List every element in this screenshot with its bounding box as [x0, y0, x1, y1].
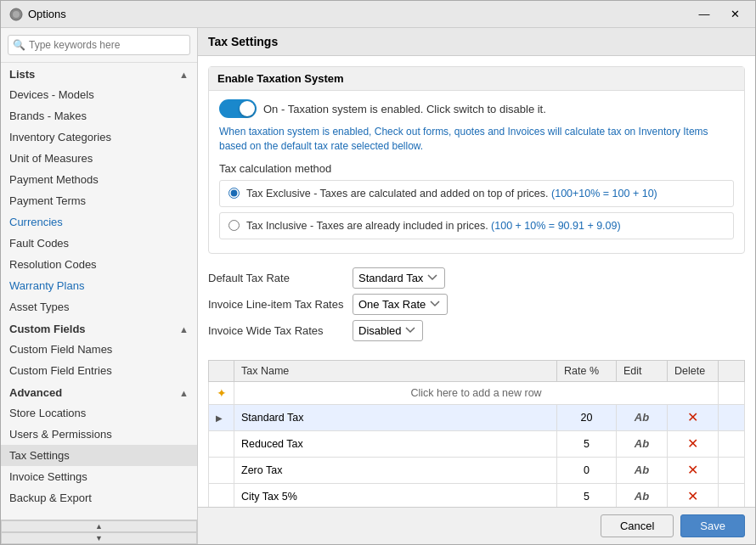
close-button[interactable]: ✕: [723, 5, 747, 24]
invoice-line-item-select-wrapper: One Tax Rate: [353, 294, 745, 315]
row-delete[interactable]: ✕: [668, 404, 719, 430]
row-arrow: [209, 430, 234, 457]
row-delete[interactable]: ✕: [668, 483, 719, 507]
col-edit-header: Edit: [617, 360, 668, 381]
content-area: 🔍 Lists ▲ Devices - Models Brands - Make…: [1, 28, 755, 544]
row-edit[interactable]: Ab: [617, 483, 668, 507]
panel-scroll[interactable]: Enable Taxation System On - Taxation sys…: [198, 56, 755, 507]
table-row[interactable]: Reduced Tax 5 Ab ✕: [209, 430, 745, 457]
save-button[interactable]: Save: [680, 514, 745, 537]
row-tax-name: City Tax 5%: [234, 483, 557, 507]
row-arrow: [209, 457, 234, 483]
edit-button[interactable]: Ab: [633, 488, 651, 504]
edit-button[interactable]: Ab: [633, 409, 651, 425]
radio-exclusive-input[interactable]: [228, 188, 240, 199]
minimize-button[interactable]: —: [692, 5, 716, 24]
row-edit[interactable]: Ab: [617, 457, 668, 483]
radio-inclusive[interactable]: Tax Inclusive - Taxes are already includ…: [219, 212, 734, 239]
add-row-star: ✦: [209, 381, 234, 404]
sidebar-scroll-controls: ▲ ▼: [1, 520, 197, 544]
add-row-text[interactable]: Click here to add a new row: [234, 381, 719, 404]
col-scroll-header: [719, 360, 745, 381]
main-panel: Tax Settings Enable Taxation System On -…: [198, 28, 755, 544]
sidebar-item-fault-codes[interactable]: Fault Codes: [1, 233, 197, 254]
delete-button[interactable]: ✕: [685, 435, 700, 452]
sidebar-item-payment-methods[interactable]: Payment Methods: [1, 169, 197, 190]
row-rate: 0: [557, 457, 617, 483]
sidebar-item-store-locations[interactable]: Store Locations: [1, 402, 197, 424]
delete-button[interactable]: ✕: [685, 462, 700, 479]
svg-point-1: [13, 11, 20, 18]
sidebar-item-devices-models[interactable]: Devices - Models: [1, 84, 197, 105]
table-row[interactable]: Zero Tax 0 Ab ✕: [209, 457, 745, 483]
add-row[interactable]: ✦ Click here to add a new row: [209, 381, 745, 404]
sidebar-item-custom-field-entries[interactable]: Custom Field Entries: [1, 360, 197, 381]
sidebar-item-warranty-plans[interactable]: Warranty Plans: [1, 275, 197, 296]
radio-exclusive[interactable]: Tax Exclusive - Taxes are calculated and…: [219, 180, 734, 207]
sidebar-item-inventory-categories[interactable]: Inventory Categories: [1, 126, 197, 148]
row-scroll: [719, 483, 745, 507]
row-rate: 5: [557, 430, 617, 457]
sidebar-scroll-down-button[interactable]: ▼: [1, 532, 197, 544]
form-rows: Default Tax Rate Standard Tax Invoice Li…: [198, 264, 755, 351]
table-row[interactable]: ▶ Standard Tax 20 Ab ✕: [209, 404, 745, 430]
invoice-wide-select[interactable]: Disabled: [353, 320, 423, 341]
row-delete[interactable]: ✕: [668, 457, 719, 483]
invoice-line-item-row: Invoice Line-item Tax Rates One Tax Rate: [208, 294, 745, 315]
cancel-button[interactable]: Cancel: [601, 514, 674, 537]
enable-taxation-content: On - Taxation system is enabled. Click s…: [209, 91, 744, 253]
window-title: Options: [28, 8, 692, 20]
sidebar-item-users-permissions[interactable]: Users & Permissions: [1, 424, 197, 445]
sidebar-section-custom-fields: Custom Fields ▲: [1, 317, 197, 339]
sidebar-item-unit-of-measures[interactable]: Unit of Measures: [1, 148, 197, 169]
row-edit[interactable]: Ab: [617, 430, 668, 457]
invoice-line-item-select[interactable]: One Tax Rate: [353, 294, 448, 315]
col-tax-name-header: Tax Name: [234, 360, 557, 381]
sidebar-item-currencies[interactable]: Currencies: [1, 211, 197, 233]
bottom-bar: Cancel Save: [198, 507, 755, 544]
chevron-up-icon-2: ▲: [179, 324, 189, 334]
default-tax-rate-label: Default Tax Rate: [208, 272, 353, 284]
title-bar: Options — ✕: [1, 1, 755, 28]
invoice-line-item-label: Invoice Line-item Tax Rates: [208, 298, 353, 311]
app-icon: [9, 8, 23, 21]
edit-button[interactable]: Ab: [633, 435, 651, 452]
search-icon: 🔍: [13, 39, 25, 51]
radio-inclusive-input[interactable]: [228, 220, 240, 231]
taxation-info-text: When taxation system is enabled, Check o…: [219, 125, 734, 154]
row-scroll: [719, 404, 745, 430]
taxation-toggle[interactable]: [219, 99, 257, 118]
sidebar-item-backup-export[interactable]: Backup & Export: [1, 487, 197, 508]
row-scroll: [719, 430, 745, 457]
radio-inclusive-text: Tax Inclusive - Taxes are already includ…: [246, 220, 621, 232]
sidebar-item-tax-settings[interactable]: Tax Settings: [1, 445, 197, 466]
col-delete-header: Delete: [668, 360, 719, 381]
enable-taxation-section: Enable Taxation System On - Taxation sys…: [208, 66, 745, 254]
default-tax-rate-select[interactable]: Standard Tax: [353, 267, 445, 289]
app-window: Options — ✕ 🔍 Lists ▲ Devices - Models: [0, 0, 756, 545]
table-row[interactable]: City Tax 5% 5 Ab ✕: [209, 483, 745, 507]
row-arrow: [209, 483, 234, 507]
edit-button[interactable]: Ab: [633, 462, 651, 478]
custom-fields-label: Custom Fields: [9, 323, 86, 335]
add-row-scroll: [719, 381, 745, 404]
method-label: Tax calculation method: [219, 162, 734, 175]
col-empty: [209, 360, 234, 381]
tax-table-section: Tax Name Rate % Edit Delete ✦ Click here…: [208, 360, 745, 507]
search-input[interactable]: [8, 35, 190, 55]
default-tax-rate-row: Default Tax Rate Standard Tax: [208, 267, 745, 289]
sidebar-item-payment-terms[interactable]: Payment Terms: [1, 190, 197, 211]
row-edit[interactable]: Ab: [617, 404, 668, 430]
sidebar-scroll-up-button[interactable]: ▲: [1, 520, 197, 532]
delete-button[interactable]: ✕: [685, 409, 700, 426]
sidebar-item-brands-makes[interactable]: Brands - Makes: [1, 105, 197, 126]
sidebar-item-custom-field-names[interactable]: Custom Field Names: [1, 339, 197, 360]
sidebar-item-invoice-settings[interactable]: Invoice Settings: [1, 466, 197, 487]
invoice-wide-label: Invoice Wide Tax Rates: [208, 324, 353, 337]
sidebar-item-asset-types[interactable]: Asset Types: [1, 296, 197, 317]
row-rate: 20: [557, 404, 617, 430]
delete-button[interactable]: ✕: [685, 488, 700, 505]
sidebar-scroll[interactable]: Lists ▲ Devices - Models Brands - Makes …: [1, 63, 197, 520]
row-delete[interactable]: ✕: [668, 430, 719, 457]
sidebar-item-resolution-codes[interactable]: Resolution Codes: [1, 254, 197, 275]
